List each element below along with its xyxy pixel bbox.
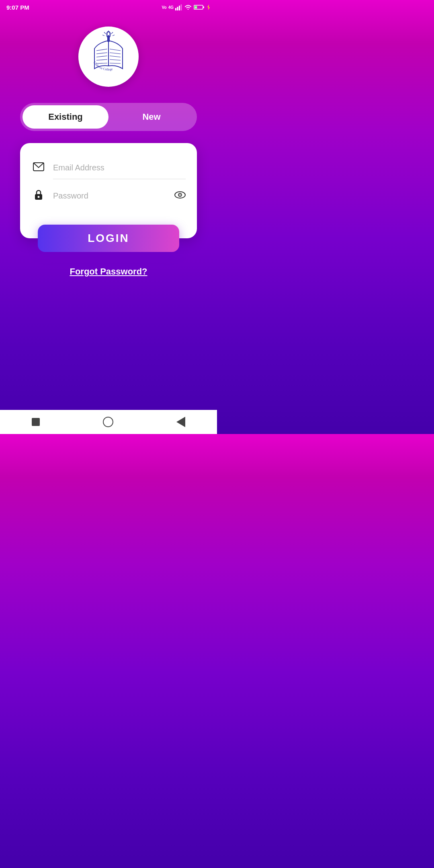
svg-rect-0 (175, 8, 176, 10)
password-row (31, 179, 186, 206)
college-logo: Uluberia College (82, 31, 135, 83)
battery-icon: 34 (194, 4, 205, 10)
signal-icon (175, 4, 182, 10)
nav-recent-button[interactable] (32, 418, 40, 426)
nav-back-button[interactable] (176, 417, 185, 427)
svg-line-26 (102, 35, 104, 36)
svg-line-14 (110, 49, 121, 51)
new-tab[interactable]: New (108, 105, 194, 129)
email-input[interactable] (53, 163, 186, 172)
eye-icon[interactable] (174, 191, 186, 201)
logo-area: Uluberia College (78, 27, 139, 87)
svg-line-24 (104, 32, 106, 34)
svg-rect-2 (179, 6, 180, 10)
svg-line-15 (110, 53, 121, 54)
nav-triangle-icon (176, 417, 185, 427)
svg-rect-20 (107, 35, 110, 42)
svg-line-18 (110, 63, 121, 63)
svg-line-10 (96, 53, 107, 54)
4g-icon: 4G (168, 5, 174, 10)
nav-circle-icon (103, 417, 113, 427)
login-button[interactable]: LOGIN (38, 225, 179, 252)
svg-point-34 (180, 194, 181, 195)
svg-line-25 (111, 32, 113, 34)
wifi-icon (184, 4, 192, 10)
svg-text:34: 34 (194, 6, 197, 9)
svg-line-13 (96, 63, 107, 63)
bottom-nav-bar (0, 410, 217, 434)
nav-home-button[interactable] (103, 417, 113, 427)
login-button-wrap: LOGIN (38, 225, 179, 252)
existing-tab[interactable]: Existing (23, 105, 108, 129)
email-icon (31, 162, 46, 174)
forgot-password-button[interactable]: Forgot Password? (70, 266, 147, 277)
svg-line-12 (96, 59, 107, 60)
svg-point-31 (38, 196, 40, 198)
svg-marker-8 (207, 4, 210, 10)
password-input[interactable] (53, 191, 167, 201)
status-icons: Vo 4G 34 (162, 4, 211, 10)
svg-line-9 (96, 49, 107, 51)
volte-icon: Vo (162, 5, 167, 10)
lock-icon (31, 189, 46, 203)
svg-rect-1 (177, 7, 178, 10)
charging-icon (207, 4, 211, 10)
nav-square-icon (32, 418, 40, 426)
login-form-card: LOGIN (20, 143, 197, 238)
status-bar: 9:07 PM Vo 4G 34 (0, 0, 217, 14)
forgot-area: Forgot Password? (70, 266, 147, 277)
svg-line-11 (96, 56, 107, 57)
svg-line-27 (113, 35, 115, 36)
svg-rect-5 (203, 6, 204, 8)
status-time: 9:07 PM (6, 4, 29, 11)
logo-circle: Uluberia College (78, 27, 139, 87)
tab-switcher: Existing New (20, 103, 197, 131)
svg-rect-3 (181, 4, 182, 10)
email-row (31, 155, 186, 177)
svg-line-16 (110, 56, 121, 57)
svg-line-17 (110, 59, 121, 60)
